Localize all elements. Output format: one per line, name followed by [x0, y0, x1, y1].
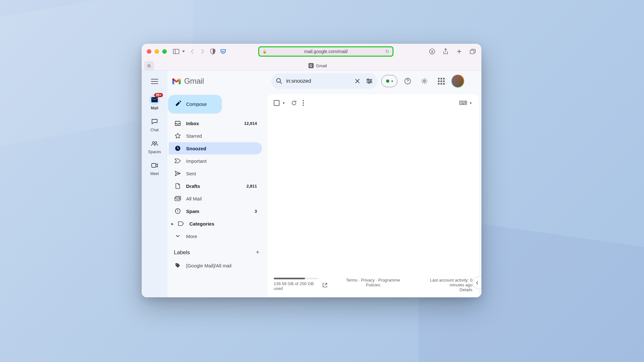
file-icon: [175, 183, 181, 189]
nav-more[interactable]: More: [169, 230, 262, 242]
address-bar[interactable]: 🔒 mail.google.com/mail/ ↻: [258, 46, 393, 57]
footer-terms-link[interactable]: Terms: [346, 278, 357, 283]
pencil-icon: [175, 100, 182, 108]
app-rail: 99+ Mail Chat Spaces: [142, 70, 167, 297]
nav-sent[interactable]: Sent: [169, 167, 262, 180]
svg-point-21: [303, 105, 304, 106]
clear-search-icon[interactable]: [353, 75, 363, 88]
folder-sidebar: Compose Inbox 12,014 Starred: [167, 92, 267, 297]
rail-label: Meet: [150, 172, 159, 176]
svg-point-13: [368, 82, 370, 83]
gmail-brand[interactable]: Gmail: [167, 74, 208, 88]
lock-icon: 🔒: [262, 50, 267, 54]
spaces-icon: [149, 138, 160, 149]
message-list-empty: [267, 112, 479, 276]
storage-text: 139.58 GB of 200 GB used: [274, 281, 319, 291]
unread-badge: 99+: [154, 93, 163, 97]
svg-rect-4: [151, 79, 158, 79]
rail-item-spaces[interactable]: Spaces: [144, 136, 165, 157]
input-mode-selector[interactable]: ⌨ ▼: [459, 99, 472, 107]
inbox-icon: [175, 121, 181, 126]
select-all-checkbox[interactable]: [274, 100, 279, 106]
add-label-button[interactable]: +: [256, 249, 260, 256]
message-pane: ▼ ⌨ ▼: [267, 94, 479, 297]
chevron-down-icon: ▼: [469, 101, 472, 105]
compose-button[interactable]: Compose: [168, 95, 222, 113]
svg-point-7: [152, 142, 154, 144]
nav-spam[interactable]: Spam 3: [169, 205, 262, 217]
chevron-down-icon: ▼: [391, 79, 394, 83]
rail-item-mail[interactable]: 99+ Mail: [144, 92, 165, 113]
nav-important[interactable]: Important: [169, 155, 262, 167]
zoom-window-button[interactable]: [162, 49, 167, 54]
close-window-button[interactable]: [147, 49, 151, 54]
help-icon[interactable]: [401, 75, 414, 88]
compose-label: Compose: [186, 101, 207, 107]
svg-rect-5: [151, 81, 158, 82]
rail-label: Spaces: [148, 150, 161, 154]
svg-rect-3: [470, 50, 474, 54]
active-tab[interactable]: G Gmail: [154, 61, 481, 70]
svg-rect-0: [173, 49, 179, 54]
rail-item-chat[interactable]: Chat: [144, 114, 165, 135]
url-text: mail.google.com/mail/: [270, 49, 383, 54]
status-dot-icon: [386, 79, 389, 83]
gmail-app: 99+ Mail Chat Spaces: [142, 70, 481, 297]
svg-rect-9: [152, 163, 156, 167]
settings-icon[interactable]: [418, 75, 431, 88]
footer-privacy-link[interactable]: Privacy: [361, 278, 375, 283]
search-input[interactable]: [286, 78, 351, 84]
refresh-icon[interactable]: [291, 100, 297, 106]
more-icon[interactable]: [303, 100, 304, 106]
pocket-icon[interactable]: [220, 48, 227, 55]
window-controls: [147, 49, 167, 54]
svg-point-15: [423, 80, 425, 82]
label-icon: [178, 221, 184, 226]
search-options-icon[interactable]: [364, 75, 374, 88]
main-menu-button[interactable]: [147, 74, 162, 88]
downloads-icon[interactable]: [429, 48, 436, 55]
browser-toolbar: 🔒 mail.google.com/mail/ ↻: [142, 44, 481, 59]
storage-bar: [274, 278, 318, 279]
keyboard-icon: ⌨: [459, 99, 467, 107]
search-icon[interactable]: [274, 75, 284, 88]
share-icon[interactable]: [442, 48, 449, 55]
shield-icon[interactable]: [209, 48, 216, 55]
select-dropdown-icon[interactable]: ▼: [282, 101, 285, 105]
new-tab-icon[interactable]: [456, 48, 463, 55]
star-icon: [175, 133, 181, 139]
meet-icon: [149, 160, 160, 171]
gmail-header: Gmail: [167, 70, 481, 92]
sidebar-toggle-icon[interactable]: [173, 48, 180, 55]
nav-allmail[interactable]: All Mail: [169, 192, 262, 205]
activity-text: Last account activity: 0: [411, 278, 472, 283]
nav-starred[interactable]: Starred: [169, 130, 262, 142]
chat-icon: [149, 116, 160, 127]
nav-categories[interactable]: ▶ Categories: [169, 218, 262, 230]
pinned-tab[interactable]: G: [144, 61, 154, 70]
stacked-mail-icon: [175, 196, 181, 201]
reload-icon[interactable]: ↻: [385, 49, 389, 54]
activity-details-link[interactable]: Details: [411, 287, 472, 292]
open-external-icon[interactable]: [323, 283, 327, 288]
spam-icon: [175, 208, 181, 214]
google-apps-icon[interactable]: [435, 75, 448, 88]
search-box[interactable]: [271, 73, 377, 89]
back-button[interactable]: [189, 48, 196, 55]
chevron-down-icon: [175, 235, 181, 238]
nav-drafts[interactable]: Drafts 2,811: [169, 180, 262, 192]
minimize-window-button[interactable]: [155, 49, 159, 54]
account-avatar[interactable]: [451, 75, 464, 88]
activity-text-2: minutes ago: [411, 283, 472, 287]
forward-button[interactable]: [199, 48, 206, 55]
status-chip[interactable]: ▼: [381, 75, 397, 87]
tabs-overview-icon[interactable]: [469, 48, 476, 55]
label-item[interactable]: [Google Mail]/All mail: [169, 259, 262, 272]
caret-right-icon: ▶: [171, 222, 175, 226]
nav-snoozed[interactable]: Snoozed: [169, 142, 262, 154]
sidebar-dropdown-icon[interactable]: [182, 48, 185, 55]
rail-item-meet[interactable]: Meet: [144, 158, 165, 179]
labels-heading: Labels +: [167, 243, 265, 259]
message-toolbar: ▼ ⌨ ▼: [267, 94, 479, 112]
nav-inbox[interactable]: Inbox 12,014: [169, 117, 262, 129]
